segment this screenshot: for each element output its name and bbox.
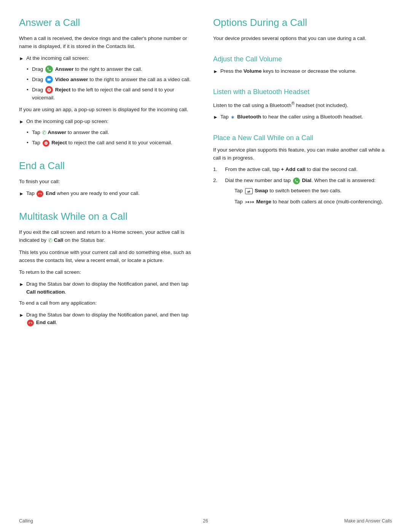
multitask-intro1: If you exit the call screen and return t… — [19, 228, 198, 245]
popup-arrow: ► On the incoming call pop-up screen: — [19, 118, 198, 126]
popup-intro-text: If you are using an app, a pop-up screen… — [19, 106, 198, 114]
new-call-sub-list: Tap ⇄ Swap to switch between the two cal… — [227, 187, 392, 206]
bluetooth-title: Listen with a Bluetooth Headset — [213, 87, 392, 97]
video-answer-icon — [45, 76, 53, 83]
options-section: Options During a Call Your device provid… — [213, 15, 392, 43]
arrow-icon-7: ► — [213, 113, 218, 121]
volume-title: Adjust the Call Volume — [213, 54, 392, 64]
bluetooth-section: Listen with a Bluetooth Headset Listen t… — [213, 87, 392, 121]
popup-list: Tap ✆ Answer to answer the call. Tap Rej… — [27, 129, 198, 147]
answer-icon — [45, 66, 53, 73]
end-intro-text: To finish your call: — [19, 178, 198, 186]
arrow-icon-3: ► — [19, 190, 24, 198]
answer-call-title: Answer a Call — [19, 15, 198, 30]
merge-icon: ↣↣ — [245, 198, 254, 206]
multitask-end-arrow: ► Drag the Status bar down to display th… — [19, 311, 198, 327]
dial-icon — [293, 177, 300, 184]
answer-drag-answer: Drag Answer to the right to answer the c… — [27, 66, 198, 73]
volume-text: Press the Volume keys to increase or dec… — [220, 67, 357, 75]
footer-left: Calling — [19, 518, 33, 524]
multitask-section: Multitask While on a Call If you exit th… — [19, 209, 198, 327]
arrow-icon-4: ► — [19, 281, 24, 288]
new-call-section: Place a New Call While on a Call If your… — [213, 133, 392, 206]
popup-tap-answer: Tap ✆ Answer to answer the call. — [27, 129, 198, 137]
bluetooth-icon: ∗ — [231, 113, 235, 121]
right-column: Options During a Call Your device provid… — [213, 15, 392, 338]
popup-label: On the incoming call pop-up screen: — [26, 118, 108, 126]
bluetooth-text: Tap ∗ Bluetooth to hear the caller using… — [220, 113, 363, 121]
arrow-icon: ► — [19, 55, 24, 62]
footer-center: 26 — [203, 518, 208, 524]
new-call-intro: If your service plan supports this featu… — [213, 146, 392, 162]
reject-icon — [45, 86, 53, 94]
volume-section: Adjust the Call Volume ► Press the Volum… — [213, 54, 392, 75]
multitask-end-text: Drag the Status bar down to display the … — [26, 311, 198, 327]
options-intro: Your device provides several options tha… — [213, 35, 392, 43]
arrow-icon-6: ► — [213, 68, 218, 75]
arrow-icon-2: ► — [19, 118, 24, 126]
phone-icon: ✆ — [42, 129, 46, 136]
merge-item: Tap ↣↣ Merge to hear both callers at onc… — [227, 198, 392, 206]
bluetooth-intro: Listen to the call using a Bluetooth® he… — [213, 100, 392, 109]
new-call-step2: 2. Dial the new number and tap Dial. Whe… — [213, 177, 392, 206]
multitask-return-text: Drag the Status bar down to display the … — [26, 280, 198, 296]
footer-right: Make and Answer Calls — [344, 518, 392, 524]
multitask-intro2: This lets you continue with your current… — [19, 249, 198, 265]
incoming-call-arrow: ► At the incoming call screen: — [19, 54, 198, 62]
step2-number: 2. — [213, 177, 217, 185]
new-call-title: Place a New Call While on a Call — [213, 133, 392, 143]
answer-intro-text: When a call is received, the device ring… — [19, 35, 198, 51]
swap-icon: ⇄ — [245, 188, 253, 194]
options-title: Options During a Call — [213, 15, 392, 30]
bluetooth-arrow: ► Tap ∗ Bluetooth to hear the caller usi… — [213, 113, 392, 121]
popup-tap-reject: Tap Reject to reject the call and send i… — [27, 139, 198, 147]
end-call-arrow: ► Tap End when you are ready to end your… — [19, 190, 198, 198]
answer-call-section: Answer a Call When a call is received, t… — [19, 15, 198, 147]
end-call-title: End a Call — [19, 158, 198, 173]
multitask-return-arrow: ► Drag the Status bar down to display th… — [19, 280, 198, 296]
answer-drag-reject: Drag Reject to the left to reject the ca… — [27, 86, 198, 102]
arrow-icon-5: ► — [19, 312, 24, 319]
incoming-call-label: At the incoming call screen: — [26, 54, 89, 62]
volume-arrow: ► Press the Volume keys to increase or d… — [213, 67, 392, 75]
reject-small-icon — [43, 140, 49, 147]
multitask-return-label: To return to the call screen: — [19, 268, 198, 276]
answer-drag-video: Drag Video answer to the right to answer… — [27, 76, 198, 84]
end-icon — [37, 190, 43, 197]
new-call-steps: 1. From the active call, tap + Add call … — [213, 166, 392, 206]
step1-number: 1. — [213, 166, 217, 174]
end-call-text: Tap End when you are ready to end your c… — [26, 190, 140, 198]
end-call-section: End a Call To finish your call: ► Tap En… — [19, 158, 198, 198]
new-call-step1: 1. From the active call, tap + Add call … — [213, 166, 392, 174]
multitask-end-label: To end a call from any application: — [19, 299, 198, 307]
left-column: Answer a Call When a call is received, t… — [19, 15, 198, 338]
end-call-small-icon — [27, 320, 34, 326]
swap-item: Tap ⇄ Swap to switch between the two cal… — [227, 187, 392, 195]
answer-incoming-list: Drag Answer to the right to answer the c… — [27, 66, 198, 102]
call-status-icon: ✆ — [48, 237, 53, 243]
multitask-title: Multitask While on a Call — [19, 209, 198, 224]
